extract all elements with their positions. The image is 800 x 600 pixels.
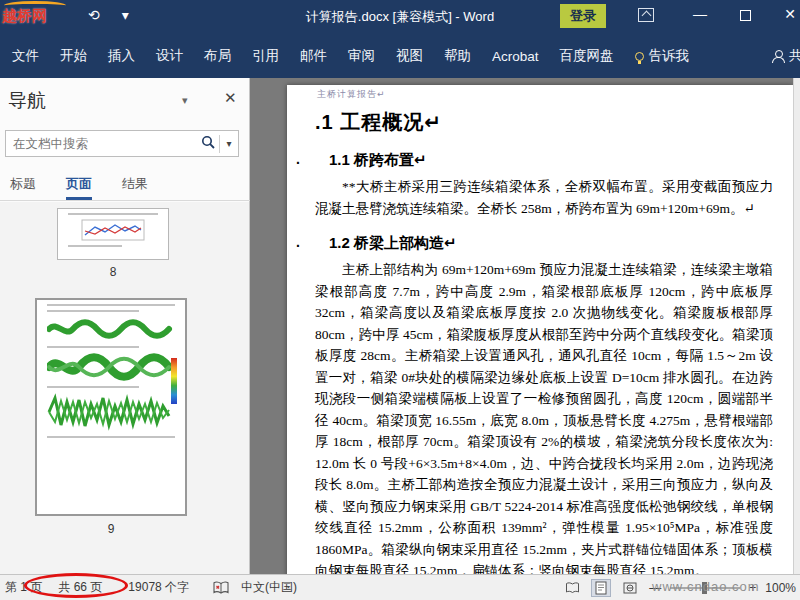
ribbon-tab-layout[interactable]: 布局 [204, 47, 231, 65]
nav-pane-title: 导航 [8, 88, 46, 114]
share-button[interactable]: 共享 [772, 47, 800, 65]
mode-shape-figure [47, 316, 175, 342]
heading-1-2: 1.2 桥梁上部构造↵ [315, 233, 773, 253]
print-layout-icon[interactable] [591, 579, 611, 597]
ribbon-display-options-icon[interactable] [638, 8, 654, 22]
ribbon-tab-acrobat[interactable]: Acrobat [492, 49, 539, 64]
navigation-pane: 导航 ▾ ✕ ▾ 标题 页面 结果 8 [0, 78, 250, 574]
thumbnail-caption-line [47, 386, 139, 388]
qat-dropdown-icon[interactable]: ▾ [122, 7, 129, 23]
ribbon-tab-mailings[interactable]: 邮件 [300, 47, 327, 65]
close-button[interactable]: ✕ [778, 6, 800, 22]
document-page[interactable]: 主桥计算报告↵ .1 工程概况↵ . 1.1 桥跨布置↵ **大桥主桥采用三跨连… [287, 85, 793, 574]
page-header-text: 主桥计算报告↵ [317, 88, 773, 101]
page-thumbnail-8[interactable] [57, 208, 169, 260]
thumbnail-text-line [47, 304, 175, 306]
minimize-button[interactable]: — [688, 6, 712, 22]
share-user-icon [772, 50, 784, 62]
tell-me-label: 告诉我 [649, 47, 690, 65]
thumbnail-figure [81, 219, 145, 241]
page-number-label-9: 9 [35, 522, 187, 536]
nav-tab-results[interactable]: 结果 [122, 175, 148, 200]
nav-pane-tabs: 标题 页面 结果 [0, 170, 250, 201]
quick-access-toolbar: ⟲ ▾ [88, 7, 129, 23]
page-thumbnail-9[interactable] [35, 298, 187, 516]
web-layout-icon[interactable] [620, 579, 640, 597]
title-bar: ⟲ ▾ 计算报告.docx [兼容模式] - Word 登录 — ✕ [0, 0, 800, 34]
chevron-down-icon[interactable]: ▾ [182, 94, 188, 107]
ribbon-tab-home[interactable]: 开始 [60, 47, 87, 65]
ribbon-tab-baidu-netdisk[interactable]: 百度网盘 [560, 47, 614, 65]
vertical-scrollbar[interactable] [793, 78, 800, 574]
list-bullet: . [296, 234, 300, 250]
undo-icon[interactable]: ⟲ [88, 7, 100, 23]
maximize-button[interactable] [740, 10, 751, 21]
share-label: 共享 [789, 47, 800, 65]
thumbnail-text-line [68, 213, 158, 215]
thumbnail-text-line [47, 310, 139, 312]
thumbnail-text-line [68, 245, 122, 247]
page-number-label-8: 8 [57, 265, 169, 279]
document-search-input[interactable] [6, 131, 197, 156]
waveform-figure [47, 392, 175, 432]
ribbon-tab-review[interactable]: 审阅 [348, 47, 375, 65]
colorbar [171, 358, 177, 404]
site-logo-watermark: 越桥网 [2, 7, 47, 26]
nav-tab-headings[interactable]: 标题 [10, 175, 36, 200]
heading-1-1: 1.1 桥跨布置↵ [315, 150, 773, 170]
ribbon-tab-references[interactable]: 引用 [252, 47, 279, 65]
ribbon-tab-bar: 文件 开始 插入 设计 布局 引用 邮件 审阅 视图 帮助 Acrobat 百度… [0, 34, 800, 78]
paragraph-bridge-span: **大桥主桥采用三跨连续箱梁体系，全桥双幅布置。采用变截面预应力混凝土悬臂浇筑连… [315, 176, 773, 219]
language-indicator[interactable]: 中文(中国) [241, 579, 297, 596]
ribbon-tab-design[interactable]: 设计 [156, 47, 183, 65]
sign-in-button[interactable]: 登录 [560, 4, 606, 28]
document-canvas: 主桥计算报告↵ .1 工程概况↵ . 1.1 桥跨布置↵ **大桥主桥采用三跨连… [250, 78, 793, 574]
close-icon[interactable]: ✕ [224, 89, 237, 107]
paragraph-superstructure: 主桥上部结构为 69m+120m+69m 预应力混凝土连续箱梁，连续梁主墩箱梁根… [315, 259, 773, 574]
thumbnail-list: 8 9 [0, 202, 249, 574]
lightbulb-icon [635, 52, 644, 61]
watermark-url: www.cndao.com [652, 579, 760, 594]
mode-shape-figure [47, 352, 175, 382]
search-dropdown-icon[interactable]: ▾ [220, 138, 238, 149]
search-icon[interactable] [197, 135, 219, 153]
word-count[interactable]: 19078 个字 [128, 579, 189, 596]
ribbon-tab-help[interactable]: 帮助 [444, 47, 471, 65]
thumbnail-caption-line [47, 346, 139, 348]
annotation-ellipse [24, 573, 128, 598]
ribbon-tab-view[interactable]: 视图 [396, 47, 423, 65]
list-bullet: . [296, 151, 300, 167]
thumbnail-caption-line [47, 436, 175, 438]
ribbon-tab-file[interactable]: 文件 [12, 47, 39, 65]
read-mode-icon[interactable] [562, 579, 582, 597]
proofing-icon[interactable] [213, 581, 229, 595]
ribbon-tab-insert[interactable]: 插入 [108, 47, 135, 65]
zoom-percent[interactable]: 100% [765, 581, 796, 595]
section-superstructure: . 1.2 桥梁上部构造↵ [315, 233, 773, 253]
nav-tab-pages[interactable]: 页面 [66, 175, 92, 200]
search-box: ▾ [5, 130, 239, 157]
heading-engineering-overview: .1 工程概况↵ [315, 109, 773, 136]
tell-me-box[interactable]: 告诉我 [635, 47, 690, 65]
section-bridge-span: . 1.1 桥跨布置↵ [315, 150, 773, 170]
